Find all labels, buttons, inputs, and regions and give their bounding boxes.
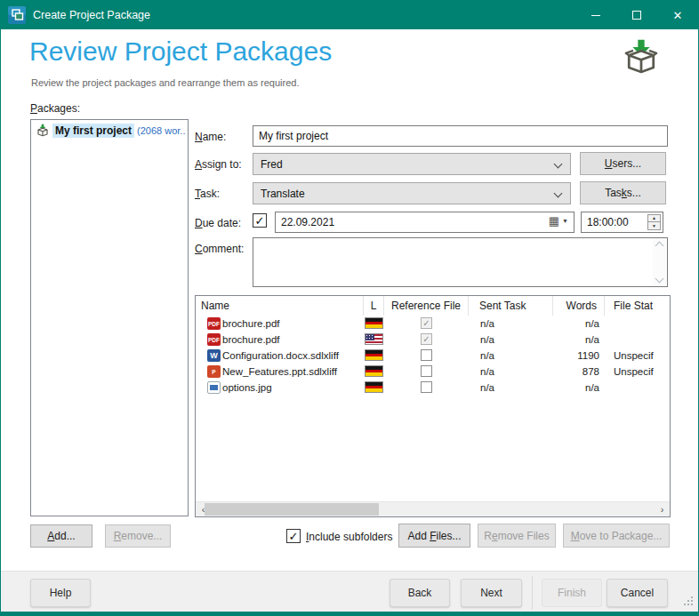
dropdown-arrow-icon: ▼ (562, 218, 568, 224)
column-header-sent-task[interactable]: Sent Task (469, 296, 553, 316)
package-item-wordcount: (2068 wor... (137, 125, 186, 136)
column-header-language[interactable]: L (364, 296, 384, 316)
minimize-button[interactable] (575, 1, 616, 29)
spin-down-button[interactable]: ▼ (647, 222, 661, 230)
chevron-down-icon (554, 189, 563, 198)
move-to-package-button[interactable]: Move to Package... (563, 524, 670, 548)
finish-button[interactable]: Finish (542, 579, 602, 607)
flag-germany-icon (365, 381, 383, 393)
reference-file-checkbox[interactable] (421, 365, 432, 377)
window-border (1, 612, 698, 615)
titlebar[interactable]: Create Project Package ✕ (1, 1, 698, 29)
page-subtitle: Review the project packages and rearrang… (31, 77, 299, 88)
package-item-name: My first project (52, 124, 134, 138)
scroll-up-icon (655, 242, 664, 251)
due-time-picker[interactable]: ▲ ▼ (581, 212, 663, 233)
back-button[interactable]: Back (390, 579, 450, 607)
files-table-header: Name L Reference File Sent Task Words Fi… (196, 296, 670, 316)
file-row[interactable]: options.jpg n/a n/a (196, 380, 670, 396)
tasks-button[interactable]: Tasks... (580, 181, 666, 204)
comment-field[interactable] (253, 237, 668, 287)
sent-task-value: n/a (469, 316, 553, 332)
file-row[interactable]: PDF brochure.pdf ✓ n/a n/a (196, 332, 670, 348)
words-value: 1190 (553, 348, 605, 364)
scroll-down-icon (655, 275, 664, 284)
column-header-reference-file[interactable]: Reference File (384, 296, 469, 316)
reference-file-checkbox[interactable] (421, 381, 432, 393)
resize-grip-icon[interactable] (683, 596, 693, 606)
scrollbar-thumb[interactable] (205, 503, 379, 516)
include-subfolders-label: Include subfolders (306, 531, 392, 543)
column-header-file-status[interactable]: File Stat (605, 296, 671, 316)
app-icon (8, 6, 26, 24)
spin-up-button[interactable]: ▲ (647, 214, 661, 222)
files-table[interactable]: Name L Reference File Sent Task Words Fi… (195, 295, 671, 517)
column-header-name[interactable]: Name (196, 296, 364, 316)
help-button[interactable]: Help (30, 579, 91, 607)
due-date-checkbox[interactable]: ✓ (253, 213, 267, 228)
assign-to-combobox[interactable]: Fred (253, 153, 571, 175)
comment-label: Comment: (195, 243, 244, 255)
file-row[interactable]: P New_Features.ppt.sdlxliff n/a 878 Unsp… (196, 364, 670, 380)
packages-label: Packages: (30, 102, 80, 115)
file-row[interactable]: PDF brochure.pdf ✓ n/a n/a (196, 316, 670, 332)
add-package-button[interactable]: Add... (30, 524, 92, 548)
horizontal-scrollbar[interactable]: ‹ › (196, 501, 670, 516)
sent-task-value: n/a (469, 380, 553, 396)
assign-to-label: Assign to: (195, 158, 242, 171)
reference-file-checkbox[interactable] (421, 349, 432, 361)
package-list-item[interactable]: My first project (2068 wor... (33, 122, 186, 140)
name-input[interactable] (253, 125, 668, 147)
arrow-up-icon: ▲ (652, 216, 656, 220)
packages-list[interactable]: My first project (2068 wor... (30, 119, 189, 516)
file-status-value (605, 380, 671, 396)
file-status-value (605, 316, 671, 332)
file-name: Configuration.docx.sdlxliff (196, 348, 364, 364)
comment-textarea[interactable] (253, 238, 652, 286)
column-header-words[interactable]: Words (553, 296, 605, 316)
reference-file-checkbox[interactable]: ✓ (421, 333, 432, 345)
due-time-input[interactable] (582, 212, 644, 232)
remove-files-button[interactable]: Remove Files (478, 524, 556, 548)
package-icon (622, 38, 661, 77)
file-row[interactable]: W Configuration.docx.sdlxliff n/a 1190 U… (196, 348, 670, 364)
close-button[interactable]: ✕ (657, 1, 698, 29)
check-icon: ✓ (422, 318, 430, 328)
due-date-picker[interactable]: ▦ ▼ (275, 212, 574, 233)
footer-bar: Help Back Next Finish Cancel (1, 571, 698, 613)
due-date-label: Due date: (195, 217, 241, 229)
words-value: n/a (553, 380, 605, 396)
due-date-input[interactable] (276, 212, 542, 232)
remove-package-button[interactable]: Remove... (105, 524, 171, 548)
arrow-down-icon: ▼ (652, 224, 656, 228)
time-spinner: ▲ ▼ (647, 214, 661, 230)
flag-germany-icon (365, 365, 383, 377)
file-name: brochure.pdf (196, 316, 364, 332)
scroll-right-arrow[interactable]: › (655, 502, 670, 516)
file-status-value (605, 332, 671, 348)
page-title: Review Project Packages (29, 36, 332, 67)
file-name: New_Features.ppt.sdlxliff (196, 364, 364, 380)
words-value: 878 (553, 364, 605, 380)
task-label: Task: (195, 188, 220, 200)
comment-scrollbar[interactable] (653, 238, 667, 286)
task-combobox[interactable]: Translate (253, 182, 571, 204)
sent-task-value: n/a (469, 348, 553, 364)
maximize-button[interactable] (616, 1, 657, 29)
assign-to-value: Fred (261, 158, 283, 171)
reference-file-checkbox[interactable]: ✓ (421, 317, 432, 329)
window-title: Create Project Package (33, 1, 150, 29)
cancel-button[interactable]: Cancel (607, 579, 668, 607)
close-icon: ✕ (673, 10, 683, 21)
minimize-icon (591, 15, 600, 16)
users-button[interactable]: Users... (580, 152, 666, 175)
calendar-icon: ▦ (549, 215, 559, 227)
create-project-package-dialog: Create Project Package ✕ Review Project … (0, 0, 699, 616)
add-files-button[interactable]: Add Files... (398, 524, 470, 548)
package-item-icon (36, 124, 50, 138)
include-subfolders-checkbox[interactable]: ✓ (286, 529, 301, 543)
task-value: Translate (261, 188, 305, 200)
calendar-dropdown[interactable]: ▦ ▼ (549, 215, 568, 227)
next-button[interactable]: Next (461, 579, 522, 607)
sent-task-value: n/a (469, 364, 553, 380)
